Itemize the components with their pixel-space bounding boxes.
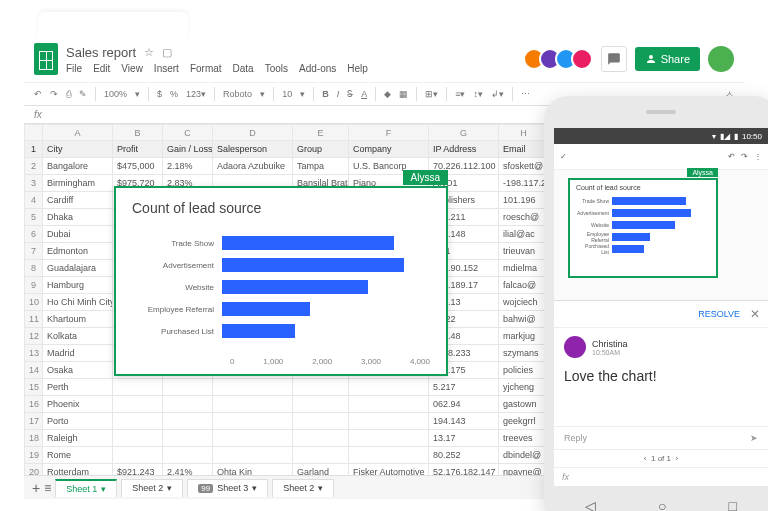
cell[interactable]: policies xyxy=(499,362,549,379)
textcolor-icon[interactable]: A xyxy=(361,89,367,99)
row-number[interactable]: 17 xyxy=(25,413,43,430)
row-number[interactable]: 16 xyxy=(25,396,43,413)
column-header[interactable]: B xyxy=(113,125,163,141)
cell[interactable]: Adaora Azubuike xyxy=(213,158,293,175)
header-cell[interactable]: Company xyxy=(349,141,429,158)
menu-data[interactable]: Data xyxy=(233,63,254,74)
fillcolor-icon[interactable]: ◆ xyxy=(384,89,391,99)
cell[interactable] xyxy=(113,413,163,430)
resolve-button[interactable]: RESOLVE xyxy=(698,309,740,319)
cell[interactable]: markjug xyxy=(499,328,549,345)
column-header[interactable]: H xyxy=(499,125,549,141)
folder-icon[interactable]: ▢ xyxy=(162,46,172,59)
row-number[interactable]: 4 xyxy=(25,192,43,209)
redo-icon[interactable]: ↷ xyxy=(50,89,58,99)
cell[interactable]: dbindel@ xyxy=(499,447,549,464)
cell[interactable]: Fisker Automotive xyxy=(349,464,429,476)
sheet-tab[interactable]: 99Sheet 3▾ xyxy=(187,479,268,497)
cell[interactable] xyxy=(163,379,213,396)
cell[interactable]: Ohta Kin xyxy=(213,464,293,476)
cell[interactable]: Bangalore xyxy=(43,158,113,175)
cell[interactable]: Perth xyxy=(43,379,113,396)
column-header[interactable] xyxy=(25,125,43,141)
cell[interactable]: Ho Chi Minh City xyxy=(43,294,113,311)
undo-icon[interactable]: ↶ xyxy=(728,152,735,161)
cell[interactable]: 062.94 xyxy=(429,396,499,413)
row-number[interactable]: 2 xyxy=(25,158,43,175)
cell[interactable]: Kolkata xyxy=(43,328,113,345)
cell[interactable]: mdielma xyxy=(499,260,549,277)
cell[interactable]: 80.252 xyxy=(429,447,499,464)
cell[interactable] xyxy=(293,430,349,447)
cell[interactable]: Raleigh xyxy=(43,430,113,447)
prev-comment-icon[interactable]: ‹ xyxy=(644,454,647,463)
home-icon[interactable]: ○ xyxy=(658,498,666,511)
cell[interactable]: Rome xyxy=(43,447,113,464)
header-cell[interactable]: Group xyxy=(293,141,349,158)
cell[interactable]: 194.143 xyxy=(429,413,499,430)
cell[interactable]: falcao@ xyxy=(499,277,549,294)
row-number[interactable]: 13 xyxy=(25,345,43,362)
cell[interactable]: Khartoum xyxy=(43,311,113,328)
borders-icon[interactable]: ▦ xyxy=(399,89,408,99)
menu-addons[interactable]: Add-ons xyxy=(299,63,336,74)
phone-chart-object[interactable]: Alyssa Count of lead source Trade ShowAd… xyxy=(568,178,718,278)
cell[interactable] xyxy=(163,430,213,447)
row-number[interactable]: 15 xyxy=(25,379,43,396)
header-cell[interactable]: Gain / Loss xyxy=(163,141,213,158)
next-comment-icon[interactable]: › xyxy=(675,454,678,463)
cell[interactable] xyxy=(293,396,349,413)
cell[interactable] xyxy=(349,379,429,396)
italic-icon[interactable]: I xyxy=(337,89,340,99)
cell[interactable]: geekgrrl xyxy=(499,413,549,430)
sheet-tab[interactable]: Sheet 1▾ xyxy=(55,479,117,497)
row-number[interactable]: 8 xyxy=(25,260,43,277)
cell[interactable] xyxy=(213,396,293,413)
cell[interactable]: Birmingham xyxy=(43,175,113,192)
cell[interactable] xyxy=(293,413,349,430)
menu-help[interactable]: Help xyxy=(347,63,368,74)
cell[interactable]: 101.196 xyxy=(499,192,549,209)
tab-menu-icon[interactable]: ▾ xyxy=(167,483,172,493)
column-header[interactable]: A xyxy=(43,125,113,141)
cell[interactable]: $921,243 xyxy=(113,464,163,476)
collaborator-avatars[interactable] xyxy=(529,48,593,70)
cell[interactable]: Hamburg xyxy=(43,277,113,294)
cell[interactable] xyxy=(213,379,293,396)
cell[interactable]: roesch@ xyxy=(499,209,549,226)
cell[interactable] xyxy=(163,447,213,464)
cell[interactable]: -198.117.202.29 xyxy=(499,175,549,192)
close-icon[interactable]: ✕ xyxy=(750,307,760,321)
tab-menu-icon[interactable]: ▾ xyxy=(318,483,323,493)
cell[interactable]: 5.217 xyxy=(429,379,499,396)
print-icon[interactable]: ⎙ xyxy=(66,89,71,99)
menu-tools[interactable]: Tools xyxy=(265,63,288,74)
cell[interactable]: Garland xyxy=(293,464,349,476)
document-title[interactable]: Sales report xyxy=(66,45,136,60)
cell[interactable]: bahwi@ xyxy=(499,311,549,328)
cell[interactable] xyxy=(349,396,429,413)
cell[interactable]: szymans xyxy=(499,345,549,362)
menu-file[interactable]: File xyxy=(66,63,82,74)
strike-icon[interactable]: S̶ xyxy=(347,89,353,99)
profile-avatar[interactable] xyxy=(708,46,734,72)
menu-edit[interactable]: Edit xyxy=(93,63,110,74)
all-sheets-icon[interactable]: ≡ xyxy=(44,481,51,495)
cell[interactable] xyxy=(293,447,349,464)
phone-formula-bar[interactable]: fx xyxy=(554,467,768,486)
column-header[interactable]: F xyxy=(349,125,429,141)
cell[interactable] xyxy=(349,430,429,447)
cell[interactable]: ilial@ac xyxy=(499,226,549,243)
row-number[interactable]: 20 xyxy=(25,464,43,476)
cell[interactable]: 2.18% xyxy=(163,158,213,175)
tab-menu-icon[interactable]: ▾ xyxy=(101,484,106,494)
header-cell[interactable]: IP Address xyxy=(429,141,499,158)
menu-insert[interactable]: Insert xyxy=(154,63,179,74)
row-number[interactable]: 14 xyxy=(25,362,43,379)
cell[interactable] xyxy=(349,447,429,464)
send-icon[interactable]: ➤ xyxy=(750,433,758,443)
cell[interactable]: Madrid xyxy=(43,345,113,362)
wrap-icon[interactable]: ↲▾ xyxy=(491,89,504,99)
header-cell[interactable]: Profit xyxy=(113,141,163,158)
cell[interactable]: Rotterdam xyxy=(43,464,113,476)
